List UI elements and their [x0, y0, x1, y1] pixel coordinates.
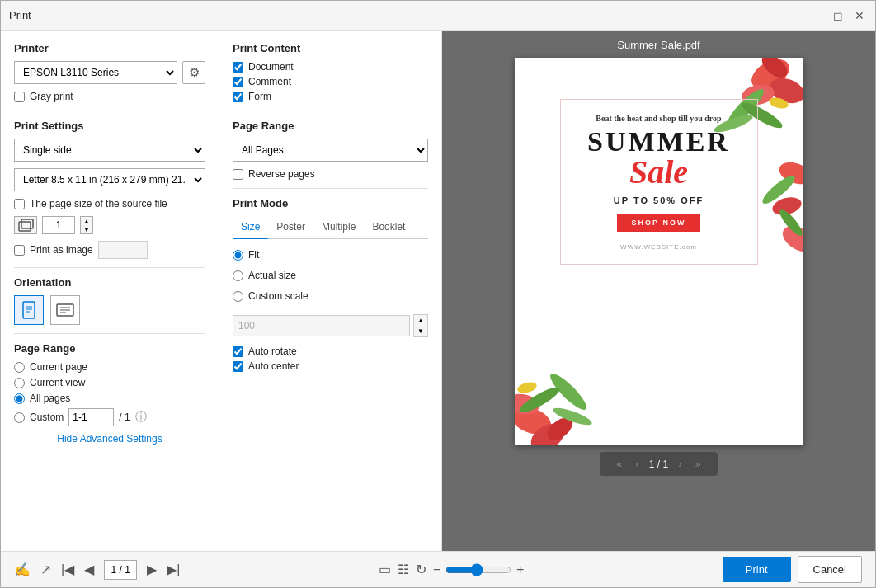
auto-center-row: Auto center: [233, 360, 428, 372]
copies-row: 1 ▲ ▼: [14, 216, 205, 234]
printer-settings-button[interactable]: ⚙: [182, 61, 205, 84]
all-pages-label: All pages: [30, 393, 70, 404]
actual-size-radio[interactable]: [233, 270, 243, 281]
prev-page-button[interactable]: ‹: [632, 456, 642, 472]
title-bar-controls: ◻ ✕: [831, 8, 867, 23]
custom-scale-row: Custom scale: [233, 290, 428, 302]
custom-scale-radio[interactable]: [233, 291, 243, 302]
auto-rotate-label: Auto rotate: [248, 346, 297, 357]
scale-up-button[interactable]: ▲: [414, 315, 427, 326]
custom-range-input[interactable]: 1-1: [68, 408, 114, 426]
document-row: Document: [233, 61, 428, 73]
next-page-button[interactable]: ›: [675, 456, 685, 472]
actual-size-label: Actual size: [248, 270, 296, 281]
footer-right: Print Cancel: [723, 556, 862, 583]
cancel-button[interactable]: Cancel: [798, 556, 862, 583]
landscape-button[interactable]: [50, 295, 80, 325]
all-pages-radio[interactable]: [14, 393, 25, 404]
restore-button[interactable]: ◻: [831, 8, 845, 23]
comment-checkbox[interactable]: [233, 77, 243, 87]
tab-multiple[interactable]: Multiple: [313, 216, 364, 239]
gray-print-checkbox[interactable]: [14, 92, 25, 102]
svg-rect-1: [21, 219, 33, 228]
beat-text: Beat the heat and shop till you drop: [576, 113, 742, 125]
paper-size-select[interactable]: Letter 8.5 x 11 in (216 x 279 mm) 21.6 x: [14, 168, 205, 191]
footer-page-input[interactable]: 1 / 1: [104, 560, 137, 580]
orientation-title: Orientation: [14, 276, 205, 289]
sale-display: Sale: [576, 156, 742, 189]
shop-btn-display: SHOP NOW: [617, 214, 701, 232]
next-page-footer-button[interactable]: ▶: [147, 562, 157, 577]
last-page-button[interactable]: »: [692, 456, 704, 472]
form-checkbox[interactable]: [233, 92, 243, 102]
dpi-input[interactable]: 300dpi: [98, 241, 148, 259]
zoom-slider[interactable]: [445, 563, 511, 576]
floral-bottom-left-decoration: [515, 338, 622, 445]
svg-rect-0: [19, 222, 31, 231]
tab-poster[interactable]: Poster: [268, 216, 313, 239]
reverse-pages-checkbox[interactable]: [233, 169, 243, 180]
scale-down-button[interactable]: ▼: [414, 326, 427, 336]
source-file-checkbox[interactable]: [14, 199, 25, 209]
copies-input[interactable]: 1: [42, 216, 75, 234]
last-page-footer-button[interactable]: ▶|: [167, 562, 180, 577]
current-view-radio[interactable]: [14, 378, 25, 388]
floral-right-decoration: [754, 124, 803, 289]
copies-down-button[interactable]: ▼: [81, 225, 92, 233]
reverse-pages-row: Reverse pages: [233, 168, 428, 180]
auto-center-label: Auto center: [248, 360, 299, 372]
printer-section-title: Printer: [14, 42, 205, 54]
copies-up-button[interactable]: ▲: [81, 217, 92, 225]
current-page-radio[interactable]: [14, 362, 25, 373]
portrait-button[interactable]: [14, 295, 44, 325]
printer-row: EPSON L3110 Series ⚙: [14, 61, 205, 84]
form-row: Form: [233, 91, 428, 102]
hide-advanced-link[interactable]: Hide Advanced Settings: [14, 433, 205, 445]
scale-input[interactable]: 100: [233, 315, 410, 336]
custom-radio[interactable]: [14, 412, 25, 423]
printer-select[interactable]: EPSON L3110 Series: [14, 61, 177, 84]
tab-size[interactable]: Size: [233, 216, 268, 239]
tab-booklet[interactable]: Booklet: [364, 216, 413, 239]
upto-display: UP TO 50% OFF: [576, 195, 742, 205]
zoom-out-icon[interactable]: −: [433, 562, 440, 577]
side-select[interactable]: Single side: [14, 139, 205, 162]
current-view-row: Current view: [14, 377, 205, 388]
document-checkbox[interactable]: [233, 62, 243, 73]
print-as-image-checkbox[interactable]: [14, 245, 25, 256]
gray-print-label: Gray print: [30, 91, 73, 102]
rotate-icon[interactable]: ↻: [416, 562, 426, 577]
close-button[interactable]: ✕: [852, 8, 867, 23]
auto-rotate-checkbox[interactable]: [233, 346, 243, 357]
first-page-button[interactable]: «: [613, 456, 625, 472]
form-label: Form: [248, 91, 271, 102]
source-file-label: The page size of the source file: [30, 198, 167, 209]
gray-print-row: Gray print: [14, 91, 205, 102]
scale-spinners: ▲ ▼: [413, 314, 428, 337]
orientation-row: [14, 295, 205, 325]
hand-tool-icon[interactable]: ✍: [14, 562, 31, 577]
print-button[interactable]: Print: [723, 557, 791, 582]
pdf-filename: Summer Sale.pdf: [617, 39, 699, 51]
fit-radio[interactable]: [233, 250, 243, 261]
fit-label: Fit: [248, 249, 259, 261]
comment-label: Comment: [248, 76, 291, 87]
print-mode-title: Print Mode: [233, 197, 428, 209]
current-view-label: Current view: [30, 377, 85, 388]
grid-view-icon[interactable]: ☷: [398, 562, 409, 577]
prev-page-footer-button[interactable]: ◀: [84, 562, 94, 577]
current-page-label: Current page: [30, 361, 87, 373]
preview-panel: Summer Sale.pdf: [442, 31, 875, 551]
zoom-in-icon[interactable]: +: [516, 562, 524, 577]
svg-point-25: [516, 380, 537, 395]
auto-center-checkbox[interactable]: [233, 361, 243, 372]
info-icon: ⓘ: [135, 410, 147, 425]
view-mode-icon[interactable]: ▭: [379, 562, 391, 577]
footer: ✍ ↗ |◀ ◀ 1 / 1 ▶ ▶| ▭ ☷ ↻ − + Print Canc…: [1, 551, 875, 587]
print-content-title: Print Content: [233, 42, 428, 54]
website-display: WWW.WEBSITE.com: [576, 243, 742, 251]
footer-left: ✍ ↗ |◀ ◀ 1 / 1 ▶ ▶|: [14, 560, 180, 580]
page-range-select[interactable]: All Pages: [233, 139, 428, 162]
first-page-footer-button[interactable]: |◀: [61, 562, 74, 577]
select-tool-icon[interactable]: ↗: [40, 562, 51, 577]
